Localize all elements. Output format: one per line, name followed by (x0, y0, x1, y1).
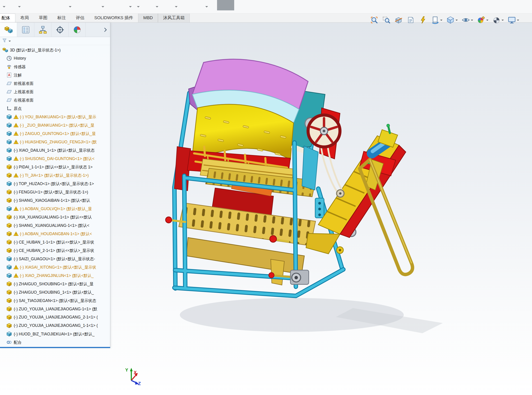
filter-icon[interactable] (2, 38, 7, 44)
tree-item-xiao-dailun-1[interactable]: (-) XIAO_DAILUN_1<1> (默认<默认_显示状态 (0, 146, 110, 154)
tree-item-icon (6, 97, 12, 103)
dropdown-caret-icon[interactable] (502, 20, 504, 22)
tree-item-aoban-houdangban-1[interactable]: (-) AOBAN_HOUDANGBAN-1<1> (默认< (0, 230, 110, 238)
tree-item-icon (6, 306, 12, 312)
tree-item-label: (-) FENGGU<1> (默认<默认_显示状态-1>) (14, 189, 88, 195)
toolbar-button[interactable] (217, 0, 234, 10)
menu-dropdown-caret-icon[interactable] (69, 6, 71, 9)
dynamic-annotation-views-button[interactable] (405, 15, 416, 25)
tree-item-xiasai-xitong[interactable]: (-) XIASAI_XITONG<1> (默认<默认_显示状 (0, 263, 110, 271)
dropdown-caret-icon[interactable] (517, 20, 519, 22)
panel-tab-configurationmanager[interactable] (34, 22, 51, 37)
adjuster-plate[interactable] (315, 198, 324, 218)
tree-item-history[interactable]: History (0, 54, 110, 62)
tree-item-sai-tiaojiegan[interactable]: (-) SAI_TIAOJIEGAN<1> (默认<默认_显示状态 (0, 296, 110, 305)
dropdown-caret-icon[interactable] (9, 41, 11, 43)
tree-item-right-plane[interactable]: 右视基准面 (0, 96, 110, 104)
dropdown-caret-icon[interactable] (440, 20, 442, 22)
tree-item-icon (6, 239, 12, 245)
ribbon-tab-mbd[interactable]: MBD (138, 14, 158, 22)
tree-item-pidai-1-1[interactable]: (-) PIDAI_1-1<1> (默认<<默认>_显示状态 1> (0, 163, 110, 171)
tree-item-label: (-) SHANG_XIAOGAIBAN-1<1> (默认<默认 (14, 198, 90, 203)
apply-scene-button[interactable] (491, 15, 505, 25)
pan-spout[interactable] (271, 259, 284, 285)
tree-item-xiao-zhangjinlun[interactable]: (-) XIAO_ZHANGJINLUN<1> (默认<默认_ (0, 271, 110, 280)
ribbon-tab-assembly[interactable]: 配体 (0, 14, 15, 22)
tree-item-icon (6, 64, 12, 70)
panel-tab-dimxpertmanager[interactable] (51, 22, 69, 37)
heads-up-toolbar (369, 15, 520, 25)
zoom-to-area-button[interactable] (381, 15, 392, 25)
tree-item-top-huzao[interactable]: (-) TOP_HUZAO<1> (默认<默认_显示状态-1> (0, 179, 110, 188)
menu-dropdown-caret-icon[interactable] (205, 6, 208, 9)
panel-resize-handle[interactable] (0, 347, 110, 348)
ribbon-tab-evaluate[interactable]: 评估 (71, 14, 89, 22)
tree-item-zuo-youjia-lianjiejiaogang-1[interactable]: (-) ZUO_YOUJIA_LIANJIEJIAOGANG-1<1> (默 (0, 305, 110, 313)
menu-dropdown-caret-icon[interactable] (102, 6, 104, 9)
tree-item-icon (6, 164, 12, 170)
tree-item-aoban-guolvqi[interactable]: (-) AOBAN_GUOLVQI<1> (默认<默认_显 (0, 204, 110, 213)
panel-tab-bar (0, 22, 110, 37)
hide-show-items-button[interactable] (461, 15, 474, 25)
dropdown-caret-icon[interactable] (456, 20, 458, 22)
tree-item-ti-jia[interactable]: (-) TI_JIA<1> (默认<默认_显示状态-1>) (0, 171, 110, 179)
menu-dropdown-caret-icon[interactable] (18, 6, 21, 9)
menu-dropdown-caret-icon[interactable] (156, 6, 158, 9)
tree-item-shusong-dai-guntong[interactable]: (-) SHUSONG_DAI-GUNTONG<1> (默认< (0, 154, 110, 163)
section-view-button[interactable] (393, 15, 404, 25)
tree-item-xia-xuangualiang-1[interactable]: (-) XIA_XUANGUALIANG-1<1> (默认<<默认 (0, 213, 110, 221)
panel-tab-propertymanager[interactable] (17, 22, 34, 37)
tree-item-shang-xuangualiang-1[interactable]: (-) SHANG_XUANGUALIANG-1<1> (默认< (0, 221, 110, 230)
ribbon-tab-solidworks-addins[interactable]: SOLIDWORKS 插件 (89, 14, 138, 22)
tree-item-icon (6, 122, 12, 128)
tree-item-front-plane[interactable]: 前视基准面 (0, 79, 110, 88)
menu-dropdown-caret-icon[interactable] (175, 6, 178, 9)
tree-item-fenggu[interactable]: (-) FENGGU<1> (默认<默认_显示状态-1>) (0, 188, 110, 196)
tree-item-shang-xiaogaiban-1[interactable]: (-) SHANG_XIAOGAIBAN-1<1> (默认<默认 (0, 196, 110, 204)
tree-item-you-biankuang[interactable]: (-) YOU_BIANKUANG<1> (默认<默认_显示 (0, 113, 110, 121)
tree-item-zhaiguo-shoubing[interactable]: (-) ZHAIGUO_SHOUBING<1> (默认<默认_显 (0, 280, 110, 288)
tree-item-top-plane[interactable]: 上视基准面 (0, 88, 110, 96)
tree-item-icon (6, 114, 12, 120)
tree-item-origin[interactable]: 原点 (0, 104, 110, 113)
tree-item-root[interactable]: 3D (默认<默认_显示状态-1>) (0, 46, 110, 54)
tree-item-icon (6, 281, 12, 287)
dropdown-caret-icon[interactable] (471, 20, 473, 22)
warning-icon (13, 131, 19, 136)
tree-item-zuo-biankuang[interactable]: (-) _ZUO_BIANKUANG<1> (默认<默认_显 (0, 121, 110, 129)
flywheel[interactable] (308, 115, 340, 147)
3d-drawing-view-button[interactable] (418, 15, 428, 25)
ribbon-tab-mufeng-toolbox[interactable]: 沐风工具箱 (158, 14, 190, 22)
tree-item-zuo-youjia-lianjiejiaogang-1-1[interactable]: (-) ZUO_YOUJIA_LIANJIEJIAOGANG_1-1<1> ( (0, 321, 110, 330)
ribbon-tab-annotate[interactable]: 标注 (52, 14, 71, 22)
tree-item-mates[interactable]: 配合 (0, 338, 110, 346)
tree-item-label: (-) XIAO_DAILUN_1<1> (默认<默认_显示状态 (14, 148, 95, 153)
menu-dropdown-caret-icon[interactable] (137, 6, 140, 9)
warning-icon (13, 173, 19, 178)
tree-item-label: (-) SHUSONG_DAI-GUNTONG<1> (默认< (20, 156, 95, 161)
tree-item-saizi-guagou[interactable]: (-) SAIZI_GUAGOU<1> (默认<默认_显示状态- (0, 255, 110, 263)
rotate-view-button[interactable] (430, 15, 444, 25)
tree-item-zuo-youjia-lianjiejiaogang-2-1[interactable]: (-) ZUO_YOUJIA_LIANJIEJIAOGANG_2-1<1> ( (0, 313, 110, 321)
panel-tab-featuremanager[interactable] (0, 22, 17, 37)
tree-item-ce-huban-1-1[interactable]: (-) CE_HUBAN_1-1<1> (默认<<默认>_显示状 (0, 238, 110, 246)
dropdown-caret-icon[interactable] (486, 20, 489, 22)
ribbon-tab-layout[interactable]: 布局 (15, 14, 34, 22)
menu-dropdown-caret-icon[interactable] (3, 6, 5, 9)
warning-icon (13, 264, 19, 270)
edit-appearance-button[interactable] (476, 15, 490, 25)
zoom-to-fit-button[interactable] (369, 15, 380, 25)
tree-item-zaiguo-guntong[interactable]: (-) ZAIGUO_GUNTONG<1> (默认<默认_显 (0, 129, 110, 138)
tree-item-huasheng-zhaiguo-fengji[interactable]: (-) HUASHENG_ZHAIGUO_FENGJI<1> (默 (0, 138, 110, 146)
menu-dropdown-caret-icon[interactable] (129, 6, 132, 9)
panel-expand-button[interactable] (102, 26, 109, 34)
panel-tab-displaymanager[interactable] (69, 22, 86, 37)
tree-item-sensors[interactable]: 传感器 (0, 62, 110, 71)
tree-item-huod-biz-tiaojiekuai[interactable]: (-) HUOD_BIZ_TIAOJIEKUAI<1> (默认<默认_ (0, 330, 110, 338)
tree-item-annotations[interactable]: 注解 (0, 71, 110, 79)
tree-item-ce-huban-2-1[interactable]: (-) CE_HUBAN_2-1<1> (默认<<默认>_显示状 (0, 246, 110, 255)
tree-item-zhaiguo-shoubing-1[interactable]: (-) ZHAIGUO_SHOUBING_1<1> (默认<默认_ (0, 288, 110, 296)
view-settings-button[interactable] (506, 15, 520, 25)
ribbon-tab-sketch[interactable]: 草图 (34, 14, 52, 22)
view-orientation-button[interactable] (445, 15, 459, 25)
